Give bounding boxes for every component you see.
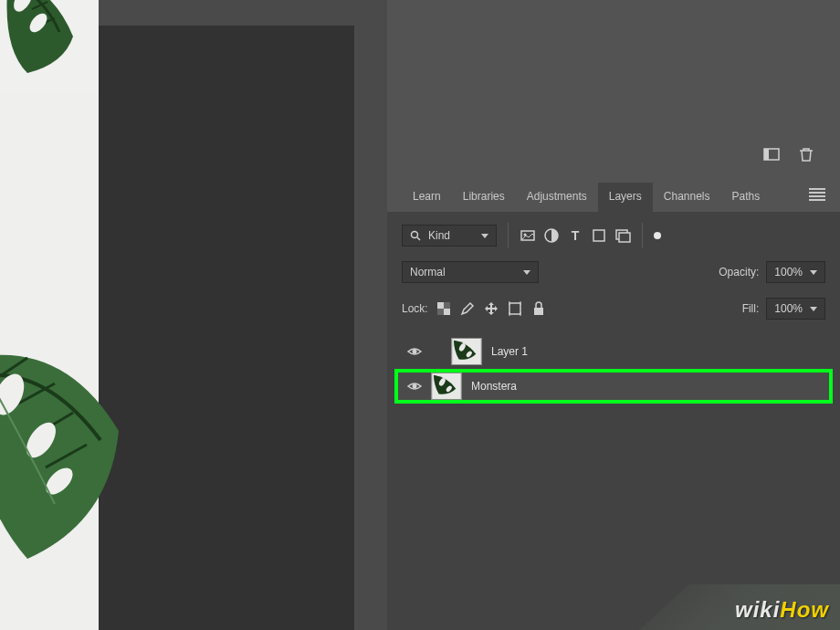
opacity-dropdown[interactable]: 100% [766,261,825,283]
watermark-wiki: wiki [735,597,780,622]
lock-brush-icon[interactable] [459,300,476,317]
lock-row: Lock: Fill: 100% [402,294,825,323]
panel-menu-icon[interactable] [809,188,825,199]
layer-thumbnail [431,373,462,400]
chevron-down-icon [810,270,817,275]
right-panel: Learn Libraries Adjustments Layers Chann… [387,0,840,630]
layers-list: Layer 1 Monstera [402,334,825,404]
fill-label: Fill: [742,302,760,315]
svg-point-7 [412,232,418,238]
filter-row: Kind T [402,221,825,250]
visibility-toggle-icon[interactable] [407,379,422,394]
leaf-image-icon [0,321,137,577]
svg-rect-19 [437,309,444,315]
tab-channels[interactable]: Channels [653,183,721,212]
watermark: wikiHow [735,597,829,623]
svg-rect-20 [509,303,520,314]
lock-transparency-icon[interactable] [436,300,452,317]
chevron-down-icon [523,270,530,275]
panel-top-icons [763,146,814,163]
tab-layers[interactable]: Layers [598,183,653,212]
canvas-area [0,0,387,630]
svg-rect-17 [444,309,450,315]
filter-shape-icon[interactable] [591,227,607,244]
tab-adjustments[interactable]: Adjustments [516,183,598,212]
opacity-label: Opacity: [719,266,759,278]
visibility-toggle-icon[interactable] [407,344,422,359]
lock-position-icon[interactable] [483,300,499,317]
blend-mode-value: Normal [410,266,446,278]
filter-toggle-icon[interactable] [654,232,661,239]
chevron-down-icon [810,307,817,311]
watermark-how: How [780,597,829,622]
layer-thumbnail [451,338,482,365]
layer-name: Monstera [471,380,517,393]
svg-text:T: T [572,228,580,243]
svg-line-8 [417,237,420,240]
trash-icon[interactable] [798,146,814,163]
collapse-panel-icon[interactable] [763,146,780,163]
layer-row-highlighted[interactable]: Monstera [394,369,833,404]
leaf-image-icon [0,0,100,91]
separator [642,223,643,248]
svg-rect-15 [619,233,630,242]
layers-panel-body: Kind T Normal Opacity: 100% [387,212,840,630]
svg-rect-13 [593,230,604,241]
filter-pixel-icon[interactable] [520,227,536,244]
svg-rect-16 [437,302,444,309]
filter-adjustment-icon[interactable] [543,227,560,244]
layer-row[interactable]: Layer 1 [402,334,825,369]
svg-rect-25 [534,308,543,315]
document-preview-top [0,0,99,93]
filter-smartobject-icon[interactable] [614,227,631,244]
lock-all-icon[interactable] [530,300,547,317]
opacity-value: 100% [774,266,803,278]
canvas-dark-top [99,26,354,97]
tab-learn[interactable]: Learn [402,183,452,212]
svg-point-30 [413,384,417,389]
blend-row: Normal Opacity: 100% [402,257,825,287]
blend-mode-dropdown[interactable]: Normal [402,261,539,283]
panel-tabs: Learn Libraries Adjustments Layers Chann… [402,183,771,212]
layer-name: Layer 1 [491,345,528,358]
svg-rect-18 [444,302,450,309]
tab-libraries[interactable]: Libraries [452,183,516,212]
fill-value: 100% [774,302,803,315]
fill-dropdown[interactable]: 100% [766,298,825,320]
filter-kind-dropdown[interactable]: Kind [402,225,497,247]
canvas-dark-main [99,97,354,630]
tab-paths[interactable]: Paths [721,183,772,212]
lock-artboard-icon[interactable] [507,300,523,317]
svg-rect-6 [764,149,769,160]
filter-type-icon[interactable]: T [567,227,583,244]
search-icon [410,230,421,241]
svg-point-26 [413,350,417,354]
separator [508,223,509,248]
chevron-down-icon [481,234,488,238]
filter-kind-label: Kind [428,229,450,242]
lock-label: Lock: [402,302,428,315]
document-preview-left [0,93,99,630]
